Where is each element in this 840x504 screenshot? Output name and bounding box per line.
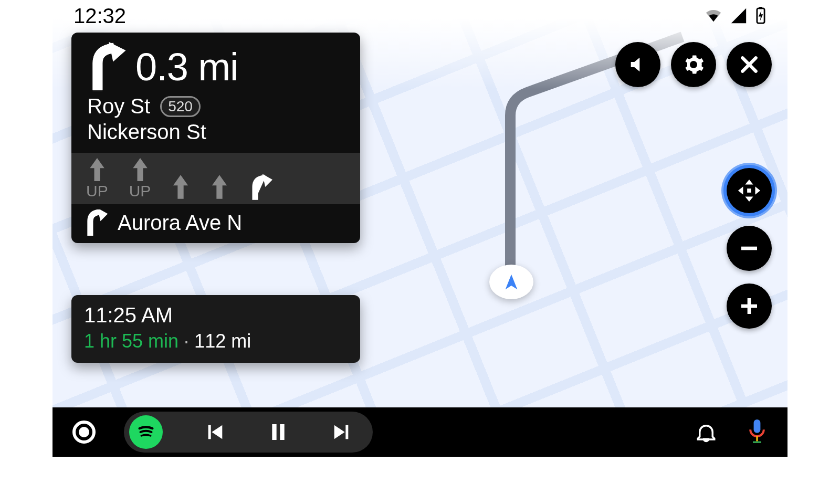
close-button[interactable] [727, 42, 772, 87]
svg-rect-21 [272, 424, 276, 440]
route-shield: 520 [160, 96, 201, 117]
pause-icon [268, 422, 289, 443]
svg-rect-24 [345, 425, 348, 439]
media-controls [124, 412, 373, 453]
svg-rect-26 [756, 436, 758, 442]
mute-button[interactable] [615, 42, 660, 87]
next-step-street: Aurora Ave N [118, 211, 242, 235]
street-primary: Roy St [87, 94, 150, 118]
pan-button[interactable] [727, 168, 772, 213]
notifications-button[interactable] [695, 421, 717, 443]
voice-assistant-button[interactable] [747, 419, 768, 445]
navigation-arrow-icon [502, 273, 520, 291]
dock-right-actions [695, 419, 768, 445]
lane-5-active [249, 174, 272, 200]
navigation-card: 0.3 mi Roy St 520 Nickerson St UP UP [71, 33, 360, 243]
current-maneuver: 0.3 mi [71, 33, 360, 93]
spotify-icon [135, 421, 157, 443]
svg-marker-14 [755, 186, 761, 194]
close-icon [739, 55, 759, 75]
trip-duration: 1 hr 55 min [84, 330, 178, 352]
lane-1-label: UP [86, 182, 108, 200]
turn-right-icon [84, 42, 128, 91]
trip-distance: 112 mi [194, 330, 251, 352]
next-step: Aurora Ave N [71, 204, 360, 243]
street-line-1: Roy St 520 [87, 93, 344, 119]
pause-button[interactable] [268, 422, 289, 443]
minus-icon [739, 238, 760, 259]
svg-rect-22 [280, 424, 284, 440]
volume-mute-icon [627, 54, 648, 75]
svg-rect-16 [741, 247, 757, 250]
skip-previous-icon [205, 422, 226, 443]
lane-3 [172, 174, 190, 200]
svg-marker-20 [212, 425, 222, 439]
svg-marker-6 [173, 175, 188, 198]
lane-4 [211, 174, 228, 200]
settings-button[interactable] [671, 42, 716, 87]
svg-rect-19 [208, 425, 211, 439]
plus-icon [739, 296, 760, 317]
skip-next-icon [331, 422, 352, 443]
map-zoom-controls [727, 168, 772, 329]
next-turn-right-icon [84, 209, 108, 236]
svg-rect-15 [747, 188, 751, 193]
lane-2: UP [129, 158, 151, 200]
svg-marker-23 [334, 425, 345, 439]
svg-marker-4 [90, 158, 104, 181]
zoom-out-button[interactable] [727, 226, 772, 271]
svg-marker-9 [262, 174, 272, 187]
eta-separator: · [178, 330, 194, 352]
lane-guidance: UP UP [71, 153, 360, 204]
svg-rect-27 [753, 442, 761, 443]
svg-marker-12 [745, 197, 753, 202]
vehicle-location-marker [489, 265, 533, 299]
map-action-buttons [615, 42, 772, 87]
lane-1: UP [86, 158, 108, 200]
arrival-time: 11:25 AM [84, 303, 348, 327]
street-secondary: Nickerson St [87, 119, 344, 144]
svg-rect-18 [748, 298, 751, 314]
eta-card[interactable]: 11:25 AM 1 hr 55 min · 112 mi [71, 295, 360, 363]
svg-marker-7 [212, 175, 227, 198]
home-button[interactable] [72, 421, 96, 444]
maneuver-distance: 0.3 mi [135, 45, 238, 89]
svg-marker-11 [745, 180, 753, 185]
lane-2-label: UP [129, 182, 151, 200]
maneuver-streets: Roy St 520 Nickerson St [71, 93, 360, 153]
zoom-in-button[interactable] [727, 284, 772, 329]
svg-rect-25 [754, 419, 761, 433]
svg-marker-5 [133, 158, 148, 181]
eta-details: 1 hr 55 min · 112 mi [84, 330, 348, 352]
pan-icon [737, 178, 761, 203]
next-track-button[interactable] [331, 422, 352, 443]
gear-icon [682, 54, 705, 76]
svg-marker-13 [738, 186, 743, 194]
previous-track-button[interactable] [205, 422, 226, 443]
device-frame: 12:32 0.3 mi [52, 0, 788, 457]
svg-marker-10 [98, 209, 108, 221]
spotify-app-icon[interactable] [129, 415, 163, 449]
system-dock [52, 407, 788, 457]
